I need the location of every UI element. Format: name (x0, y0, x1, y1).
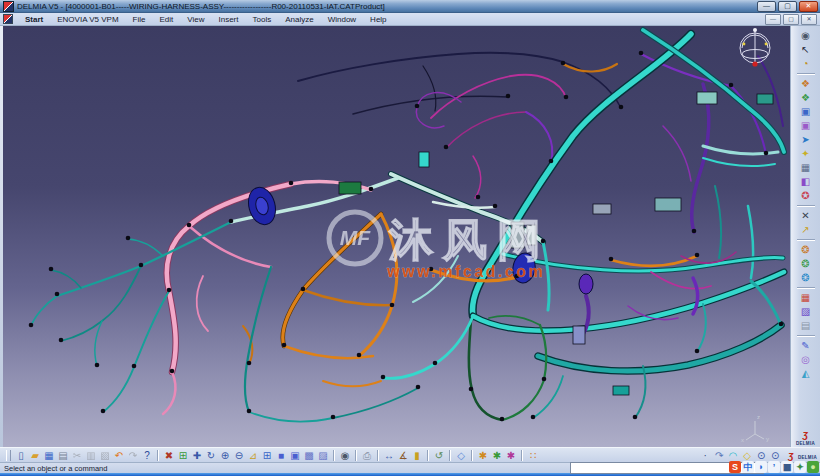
plane-tool-icon[interactable]: ◇ (740, 449, 754, 462)
process-activity-icon[interactable]: ❖ (798, 77, 814, 91)
fit-all-in-icon[interactable]: ⊞ (176, 449, 190, 462)
grid-snap-icon[interactable]: ∷ (526, 449, 540, 462)
knowledge-check-icon[interactable]: ✱ (490, 449, 504, 462)
shading-icon[interactable]: ■ (274, 449, 288, 462)
toolbox-icon[interactable]: ✦ (794, 461, 806, 473)
wiring-harness-canvas: z x y MF 沐风网 www.mfcad.com (3, 26, 790, 447)
harness-branch-icon[interactable]: ❂ (798, 257, 814, 271)
menu-start[interactable]: Start (18, 14, 50, 25)
copy-icon[interactable]: ▥ (84, 449, 98, 462)
circle-tool-icon[interactable]: ◎ (798, 353, 814, 367)
zoom-in-icon[interactable]: ⊕ (218, 449, 232, 462)
knowledge-formula-icon[interactable]: ✱ (476, 449, 490, 462)
minimize-button[interactable]: — (757, 1, 776, 12)
window-title: DELMIA V5 - [4000001-B01-----WIRING-HARN… (17, 2, 755, 11)
annotate-pen-icon[interactable]: ✎ (798, 339, 814, 353)
save-icon[interactable]: ▦ (42, 449, 56, 462)
measure-item-icon[interactable]: ∡ (396, 449, 410, 462)
delmia-logo-bottom: ʒ DELMIA (788, 451, 817, 460)
toolbar-drag-handle[interactable] (6, 450, 11, 461)
menu-window[interactable]: Window (321, 14, 363, 25)
svg-text:y: y (766, 436, 769, 442)
analysis-status-icon[interactable]: ✪ (798, 189, 814, 203)
pan-icon[interactable]: ✚ (190, 449, 204, 462)
svg-text:x: x (741, 437, 744, 443)
menu-view[interactable]: View (180, 14, 211, 25)
svg-text:z: z (757, 414, 760, 420)
menu-help[interactable]: Help (363, 14, 393, 25)
watermark-url: www.mfcad.com (386, 263, 545, 280)
normal-view-icon[interactable]: ⊿ (246, 449, 260, 462)
menu-file[interactable]: File (126, 14, 153, 25)
punctuation-icon[interactable]: ’ (768, 461, 780, 473)
shading-edges-icon[interactable]: ▣ (288, 449, 302, 462)
quick-print-icon[interactable]: ⎙ (360, 449, 374, 462)
assign-activity-icon[interactable]: ❖ (798, 91, 814, 105)
mdi-restore-button[interactable]: ▢ (783, 14, 799, 25)
rotate-icon[interactable]: ↻ (204, 449, 218, 462)
fly-mode-icon[interactable]: ✖ (162, 449, 176, 462)
view-mode-icon[interactable]: ▩ (302, 449, 316, 462)
3d-viewport[interactable]: z x y MF 沐风网 www.mfcad.com (3, 26, 790, 447)
mass-properties-icon[interactable]: ▮ (410, 449, 424, 462)
process-table-icon[interactable]: ▦ (798, 161, 814, 175)
undo-icon[interactable]: ↶ (112, 449, 126, 462)
gantt-chart-icon[interactable]: ✦ (798, 147, 814, 161)
resource-view-icon[interactable]: ▣ (798, 119, 814, 133)
input-method-tray: S中◗’▦✦● (729, 461, 819, 473)
new-document-icon[interactable]: ▯ (14, 449, 28, 462)
product-view-icon[interactable]: ▣ (798, 105, 814, 119)
device-mix-icon[interactable]: ▨ (798, 305, 814, 319)
harness-route-icon[interactable]: ❂ (798, 243, 814, 257)
sketch-undo-icon[interactable]: ↷ (712, 449, 726, 462)
energy-badge-icon[interactable]: ● (807, 461, 819, 473)
menu-edit[interactable]: Edit (152, 14, 180, 25)
menu-items: StartENOVIA V5 VPMFileEditViewInsertTool… (18, 14, 394, 25)
bottom-toolbar: ▯▰▦▤✂▥▧↶↷?✖⊞✚↻⊕⊖⊿⊞■▣▩▨◉⎙↔∡▮↺◇✱✱✱∷ ·↷◠◇⊙⊙… (0, 447, 820, 462)
zoom-sel-icon[interactable]: ⊙ (754, 449, 768, 462)
free-rotate-icon[interactable]: ◇ (454, 449, 468, 462)
print-icon[interactable]: ▤ (56, 449, 70, 462)
target-jump-icon[interactable]: ↗ (798, 223, 814, 237)
mdi-close-button[interactable]: ✕ (801, 14, 817, 25)
clock-simulation-icon[interactable]: ◔ (798, 57, 814, 71)
multi-view-icon[interactable]: ⊞ (260, 449, 274, 462)
knowledge-rule-icon[interactable]: ✱ (504, 449, 518, 462)
soft-keyboard-icon[interactable]: ▦ (781, 461, 793, 473)
half-moon-icon[interactable]: ◗ (755, 461, 767, 473)
harness-protect-icon[interactable]: ❂ (798, 271, 814, 285)
pert-chart-icon[interactable]: ➤ (798, 133, 814, 147)
render-style-icon[interactable]: ▨ (316, 449, 330, 462)
maximize-button[interactable]: ▢ (778, 1, 797, 12)
watermark-logo: MF (340, 226, 371, 249)
lang-chinese-icon[interactable]: 中 (742, 461, 754, 473)
mdi-window-controls: —▢✕ (763, 14, 817, 25)
arc-tool-icon[interactable]: ◠ (726, 449, 740, 462)
redo-icon[interactable]: ↷ (126, 449, 140, 462)
camera-capture-icon[interactable]: ◉ (338, 449, 352, 462)
device-red-icon[interactable]: ▦ (798, 291, 814, 305)
sogou-logo-icon[interactable]: S (729, 461, 741, 473)
cut-icon[interactable]: ✂ (70, 449, 84, 462)
prism-view-icon[interactable]: ◭ (798, 367, 814, 381)
whats-this-icon[interactable]: ? (140, 449, 154, 462)
menu-tools[interactable]: Tools (246, 14, 279, 25)
zoom-area-icon[interactable]: ⊙ (768, 449, 782, 462)
measure-between-icon[interactable]: ↔ (382, 449, 396, 462)
menu-enovia-v5-vpm[interactable]: ENOVIA V5 VPM (50, 14, 125, 25)
simulation-icon[interactable]: ◧ (798, 175, 814, 189)
compass-snap-icon[interactable]: ✕ (798, 209, 814, 223)
marker-dot-icon[interactable]: · (698, 449, 712, 462)
catalog-book-icon[interactable]: ▤ (798, 319, 814, 333)
menu-analyze[interactable]: Analyze (278, 14, 320, 25)
refresh-update-icon[interactable]: ↺ (432, 449, 446, 462)
menu-insert[interactable]: Insert (211, 14, 245, 25)
status-message: Select an object or a command (4, 464, 107, 473)
zoom-out-icon[interactable]: ⊖ (232, 449, 246, 462)
close-button[interactable]: ✕ (799, 1, 818, 12)
paste-icon[interactable]: ▧ (98, 449, 112, 462)
open-folder-icon[interactable]: ▰ (28, 449, 42, 462)
mdi-minimize-button[interactable]: — (765, 14, 781, 25)
record-capture-icon[interactable]: ◉ (798, 29, 814, 43)
select-pointer-icon[interactable]: ↖ (798, 43, 814, 57)
